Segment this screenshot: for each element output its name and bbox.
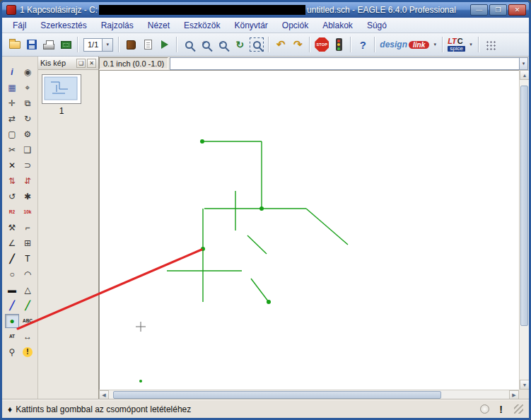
- print-button[interactable]: [40, 36, 57, 53]
- horizontal-scroll-track[interactable]: [109, 390, 509, 399]
- text-tool-button[interactable]: T: [21, 252, 35, 266]
- copy-tool-button[interactable]: ⧉: [21, 96, 35, 110]
- pinswap-tool-button[interactable]: ⇅: [5, 174, 19, 188]
- menu-item-0[interactable]: Fájl: [6, 19, 33, 32]
- eagle-window: 1 Kapcsolásirajz - C: untitled.sch - EAG…: [0, 0, 531, 420]
- dimension-tool-button[interactable]: ↔: [21, 329, 35, 344]
- mark-tool-button[interactable]: ⌖: [21, 81, 35, 95]
- horizontal-scrollbar[interactable]: ◀ ▶: [99, 390, 519, 399]
- open-button[interactable]: [6, 36, 23, 53]
- script-button[interactable]: [139, 36, 156, 53]
- vertical-scroll-track[interactable]: [520, 80, 529, 380]
- menu-item-6[interactable]: Opciók: [276, 19, 315, 32]
- stop-button[interactable]: STOP: [313, 36, 330, 53]
- schematic-canvas[interactable]: [99, 70, 519, 390]
- close-panel-button[interactable]: ✕: [87, 59, 96, 68]
- help-button[interactable]: ?: [354, 36, 371, 53]
- invoke-tool-button[interactable]: ⊞: [21, 236, 35, 250]
- mirror-tool-button[interactable]: ⇄: [5, 112, 19, 126]
- scroll-left-button[interactable]: ◀: [99, 390, 109, 400]
- scroll-up-button[interactable]: ▲: [520, 70, 530, 80]
- redraw-button[interactable]: ↻: [231, 36, 248, 53]
- menu-item-4[interactable]: Eszközök: [177, 19, 226, 32]
- attribute-tool-button[interactable]: AT: [5, 329, 19, 344]
- polygon-tool-button[interactable]: △: [21, 283, 35, 297]
- cut-tool-button[interactable]: ✂: [5, 143, 19, 157]
- menu-item-5[interactable]: Könyvtár: [228, 19, 274, 32]
- split-tool-button[interactable]: ∠: [5, 236, 19, 250]
- display-tool-button[interactable]: ▦: [5, 81, 19, 95]
- sheet-selector[interactable]: 1/1 ▾: [83, 38, 113, 52]
- rotate-tool-button[interactable]: ↻: [21, 112, 35, 126]
- bus-tool-button[interactable]: ╱: [5, 298, 19, 313]
- sheet-number-label[interactable]: 1: [42, 106, 81, 116]
- name-tool-button[interactable]: R2: [5, 205, 19, 219]
- resize-grip[interactable]: [514, 404, 523, 414]
- menu-item-8[interactable]: Súgó: [361, 19, 393, 32]
- use-library-button[interactable]: [122, 36, 139, 53]
- float-panel-button[interactable]: ❏: [76, 59, 86, 68]
- delete-tool-button[interactable]: ✕: [5, 158, 19, 173]
- grid-button[interactable]: [482, 36, 499, 53]
- show-icon: ◉: [24, 68, 31, 76]
- net-tool-button[interactable]: ╱: [21, 298, 35, 313]
- spice-text: spice: [448, 46, 465, 52]
- maximize-button[interactable]: ❐: [489, 4, 507, 16]
- errors-tool-button[interactable]: !: [21, 345, 35, 359]
- ltspice-button[interactable]: LT C spice: [448, 37, 465, 52]
- info-tool-button[interactable]: i: [5, 65, 19, 79]
- label-tool-button[interactable]: ABC: [21, 314, 35, 328]
- zoom-fit-button[interactable]: [180, 36, 197, 53]
- simulate-button[interactable]: [330, 36, 347, 53]
- run-ulp-button[interactable]: [156, 36, 173, 53]
- wire-tool-button[interactable]: ╱: [5, 252, 19, 266]
- zoom-in-button[interactable]: +: [197, 36, 214, 53]
- command-history-dropdown[interactable]: ▾: [519, 58, 527, 69]
- zoom-out-button[interactable]: −: [214, 36, 231, 53]
- junction-tool-button[interactable]: ●: [5, 314, 19, 328]
- add-tool-button[interactable]: ⊃: [21, 158, 35, 173]
- chevron-down-icon[interactable]: ▾: [102, 39, 112, 51]
- scroll-down-button[interactable]: ▼: [520, 380, 530, 390]
- vertical-scrollbar[interactable]: ▲ ▼: [519, 70, 529, 390]
- replace-tool-button[interactable]: ↺: [5, 189, 19, 204]
- save-button[interactable]: [23, 36, 40, 53]
- group-tool-button[interactable]: ▢: [5, 127, 19, 141]
- zoom-select-button[interactable]: [248, 36, 265, 53]
- menu-item-3[interactable]: Nézet: [141, 19, 176, 32]
- change-tool-button[interactable]: ⚙: [21, 127, 35, 141]
- move-tool-button[interactable]: ✛: [5, 96, 19, 110]
- update-tool-button[interactable]: ✱: [21, 189, 35, 204]
- arc-tool-button[interactable]: ◠: [21, 267, 35, 281]
- command-input[interactable]: [170, 58, 519, 69]
- preview-panel-header[interactable]: Kis kép ❏ ✕: [38, 57, 98, 70]
- menu-item-7[interactable]: Ablakok: [316, 19, 359, 32]
- erc-tool-button[interactable]: ⚲: [5, 345, 19, 359]
- board-icon: [61, 41, 71, 49]
- minimize-button[interactable]: —: [470, 4, 488, 16]
- show-tool-button[interactable]: ◉: [21, 65, 35, 79]
- vertical-scroll-thumb[interactable]: [520, 86, 528, 325]
- designlink-button[interactable]: design link: [380, 40, 429, 49]
- designlink-dropdown[interactable]: ▾: [431, 38, 439, 51]
- menu-item-1[interactable]: Szerkesztés: [34, 19, 93, 32]
- rect-tool-button[interactable]: ▬: [5, 283, 19, 297]
- smash-tool-button[interactable]: ⚒: [5, 221, 19, 235]
- value-tool-button[interactable]: 10k: [21, 205, 35, 219]
- scroll-right-button[interactable]: ▶: [509, 390, 519, 400]
- miter-tool-button[interactable]: ⌐: [21, 221, 35, 235]
- error-alert-icon[interactable]: !: [499, 404, 503, 415]
- designlink-link-badge: link: [409, 41, 429, 49]
- horizontal-scroll-thumb[interactable]: [113, 391, 441, 399]
- gateswap-tool-button[interactable]: ⇵: [21, 174, 35, 188]
- redo-button[interactable]: ↷: [289, 36, 306, 53]
- move-icon: ✛: [8, 99, 16, 107]
- circle-tool-button[interactable]: ○: [5, 267, 19, 281]
- menu-item-2[interactable]: Rajzolás: [95, 19, 140, 32]
- open-board-button[interactable]: [57, 36, 74, 53]
- sheet-thumbnail[interactable]: [38, 70, 98, 104]
- paste-tool-button[interactable]: ❑: [21, 143, 35, 157]
- close-button[interactable]: ✕: [508, 4, 526, 16]
- undo-button[interactable]: ↶: [272, 36, 289, 53]
- ltspice-dropdown[interactable]: ▾: [467, 38, 475, 51]
